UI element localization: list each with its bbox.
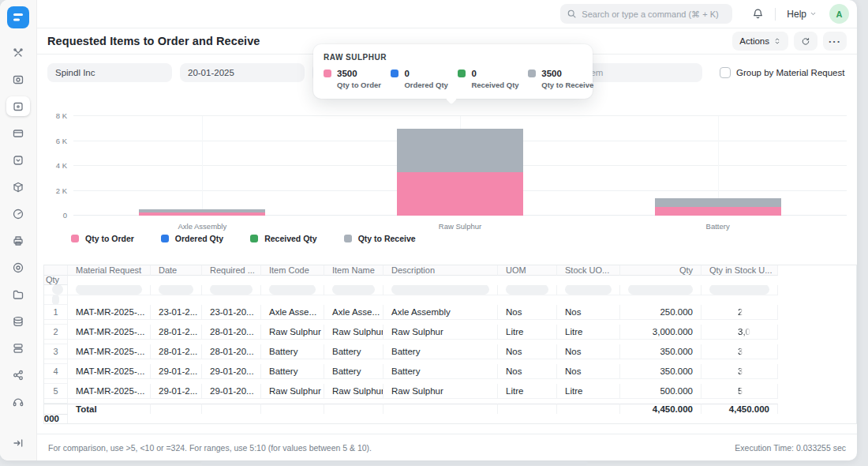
app-logo-icon[interactable]	[7, 6, 29, 28]
column-header[interactable]: Stock UO...	[557, 265, 620, 276]
actions-button[interactable]: Actions	[732, 32, 788, 51]
assets-icon[interactable]	[6, 311, 30, 331]
topbar-divider	[775, 8, 776, 21]
manufacturing-icon[interactable]	[6, 231, 30, 250]
legend-color-swatch	[71, 235, 79, 242]
cell-description: Raw Sulphur	[383, 384, 498, 399]
column-filter-input[interactable]	[498, 285, 557, 295]
help-menu[interactable]: Help	[782, 6, 821, 23]
company-filter[interactable]	[47, 63, 172, 82]
integrations-icon[interactable]	[6, 70, 30, 89]
chart-legend: Qty to OrderOrdered QtyReceived QtyQty t…	[71, 230, 847, 247]
cell-description: Battery	[383, 344, 498, 359]
column-filter-input[interactable]	[44, 285, 68, 295]
column-header[interactable]: UOM	[498, 265, 557, 276]
item-filter[interactable]	[578, 63, 702, 82]
tooltip-label: Ordered Qty	[404, 81, 438, 89]
cell-qty-in-stock: 3	[702, 344, 778, 359]
y-axis-tick: 2 K	[56, 186, 67, 194]
user-avatar[interactable]: A	[829, 4, 849, 24]
row-index: 4	[44, 364, 68, 379]
group-by-checkbox[interactable]	[720, 67, 731, 78]
series-color-swatch	[458, 70, 466, 77]
column-filter-input[interactable]	[68, 285, 151, 295]
bar-segment-qty-to-receive[interactable]	[655, 198, 781, 207]
column-filter-input[interactable]	[44, 295, 68, 306]
cell-qty-in-stock: 2	[702, 305, 778, 320]
payroll-icon[interactable]	[6, 338, 30, 358]
total-empty-cell	[151, 404, 202, 414]
tooltip-label: Qty to Receive	[541, 81, 582, 89]
cell-stock-uom: Nos	[557, 305, 620, 320]
bar-segment-qty-to-order[interactable]	[139, 212, 265, 216]
global-search[interactable]	[560, 4, 732, 24]
cell-material-request: MAT-MR-2025-...	[68, 325, 151, 340]
stacked-bar-chart: 02 K4 K6 K8 KAxle AssemblyRaw SulphurBat…	[47, 89, 847, 228]
total-row-index	[44, 404, 68, 414]
tools-icon[interactable]	[6, 43, 30, 62]
support-portal-icon[interactable]	[6, 257, 30, 277]
column-header[interactable]: Qty in Stock U...	[702, 265, 778, 276]
from-date-filter[interactable]	[180, 63, 305, 82]
column-filter-input[interactable]	[383, 285, 498, 295]
menu-button[interactable]	[823, 32, 847, 51]
bar-segment-qty-to-order[interactable]	[655, 207, 781, 216]
cell-uom: Nos	[498, 305, 557, 320]
group-by-label: Group by Material Request	[736, 68, 844, 77]
cell-date: 28-01-2...	[151, 325, 202, 340]
column-filter-input[interactable]	[202, 285, 261, 295]
cell-stock-uom: Litre	[557, 325, 620, 340]
stock-icon[interactable]	[6, 177, 30, 197]
bar-segment-qty-to-order[interactable]	[397, 172, 523, 216]
x-axis-label: Raw Sulphur	[439, 222, 481, 231]
tooltip-value: 0	[404, 69, 409, 78]
column-header[interactable]: Required ...	[202, 265, 261, 276]
notifications-button[interactable]	[746, 4, 769, 24]
home-icon[interactable]	[6, 96, 30, 116]
total-qty-in-stock: 4,450.000	[702, 404, 778, 414]
cell-qty: 350.000	[620, 344, 702, 359]
column-header[interactable]: Description	[383, 265, 498, 276]
sort-chevrons-icon	[773, 37, 781, 45]
search-input[interactable]	[582, 9, 726, 19]
payments-icon[interactable]	[6, 123, 30, 143]
y-axis-tick: 4 K	[56, 161, 67, 170]
helpdesk-icon[interactable]	[6, 392, 30, 412]
projects-icon[interactable]	[6, 284, 30, 304]
bar-segment-qty-to-receive[interactable]	[397, 129, 523, 172]
filter-hint-text: For comparison, use >5, <10 or =324. For…	[48, 443, 372, 453]
column-header[interactable]: Item Name	[324, 265, 383, 276]
cell-stock-uom: Nos	[557, 344, 620, 359]
column-filter-input[interactable]	[702, 285, 778, 295]
chevron-down-icon	[810, 10, 817, 17]
refresh-button[interactable]	[794, 32, 817, 51]
tooltip-entry: 0Ordered Qty	[391, 69, 438, 89]
column-header[interactable]: Ordered Qty	[44, 276, 68, 286]
cell-required-date: 29-01-20...	[202, 364, 261, 379]
cell-item-name: Battery	[324, 344, 383, 359]
cell-description: Battery	[383, 364, 498, 379]
column-header[interactable]	[44, 265, 68, 276]
horizontal-scrollbar[interactable]	[201, 461, 588, 465]
tooltip-value: 0	[471, 69, 476, 78]
connections-icon[interactable]	[6, 365, 30, 385]
column-header[interactable]: Qty	[620, 265, 702, 276]
bar-segment-qty-to-receive[interactable]	[139, 209, 265, 212]
column-filter-input[interactable]	[324, 285, 383, 295]
cell-date: 29-01-2...	[151, 384, 202, 399]
buying-icon[interactable]	[6, 150, 30, 170]
column-header[interactable]: Date	[151, 265, 202, 276]
group-by-material-request[interactable]: Group by Material Request	[720, 67, 844, 78]
column-header[interactable]: Material Request	[68, 265, 151, 276]
cell-required-date: 28-01-20...	[202, 344, 261, 359]
column-filter-input[interactable]	[557, 285, 620, 295]
column-header[interactable]: Item Code	[261, 265, 324, 276]
column-filter-input[interactable]	[620, 285, 702, 295]
column-filter-input[interactable]	[261, 285, 324, 295]
collapse-sidebar-icon[interactable]	[6, 433, 30, 453]
quality-icon[interactable]	[6, 204, 30, 224]
column-filter-input[interactable]	[151, 285, 202, 295]
table-header-row: Material RequestDateRequired ...Item Cod…	[44, 265, 856, 285]
x-axis-label: Axle Assembly	[178, 222, 226, 231]
cell-item-name: Raw Sulphur	[324, 325, 383, 340]
